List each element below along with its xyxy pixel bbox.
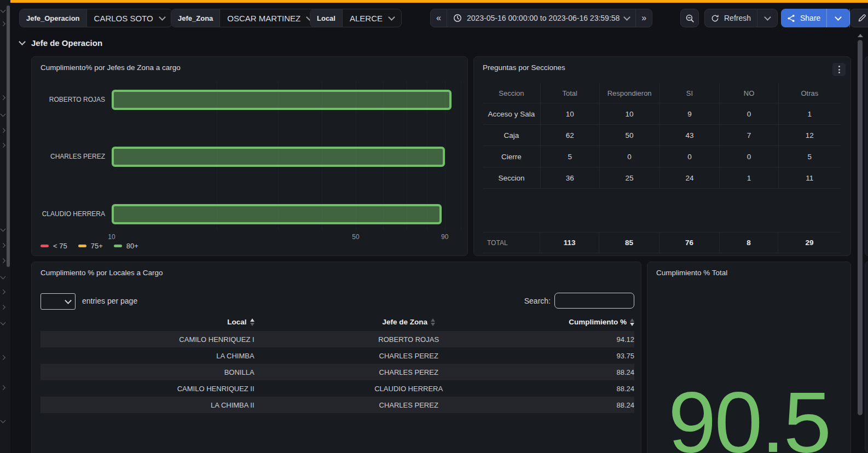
scrollbar-up-arrow[interactable]: [858, 34, 863, 37]
chevron-down-icon: [623, 14, 630, 21]
filter-jefe-operacion: Jefe_Operacion CARLOS SOTO: [19, 9, 172, 27]
legend-item[interactable]: 80+: [114, 242, 138, 250]
chevron-down-icon: [388, 14, 395, 21]
table-cell: CHARLES PEREZ: [254, 368, 563, 376]
column-header: Total: [540, 83, 599, 103]
left-edge-strip: [0, 0, 10, 453]
clipped-chevron-icon: [1, 385, 5, 390]
legend-item[interactable]: 75+: [78, 242, 103, 250]
table-row: LA CHIMBACHARLES PEREZ93.75: [40, 347, 634, 364]
table-cell: LA CHIMBA: [40, 352, 254, 360]
clipped-chevron-icon: [1, 243, 5, 248]
bar-charles-perez: [112, 147, 445, 167]
filter-jefe-zona-value[interactable]: OSCAR MARTINEZ: [220, 9, 319, 27]
page-scrollbar-thumb[interactable]: [858, 40, 863, 415]
filter-local-value[interactable]: ALERCE: [343, 9, 401, 27]
panel-title[interactable]: Cumplimiento % por Locales a Cargo: [32, 262, 641, 277]
time-shift-forward-button[interactable]: »: [636, 9, 652, 27]
filter-local: Local ALERCE: [310, 9, 402, 27]
table-cell: 88.24: [563, 368, 634, 376]
table-cell: 43: [659, 125, 720, 146]
clipped-chevron-icon: [1, 258, 5, 263]
refresh-interval-button[interactable]: [757, 9, 777, 27]
sort-arrows-icon: [250, 318, 254, 326]
locales-header-row: LocalJefe de ZonaCumplimiento %: [40, 315, 634, 329]
table-cell: CHARLES PEREZ: [254, 401, 563, 409]
legend-color-dash: [40, 245, 49, 247]
locales-table: LocalJefe de ZonaCumplimiento % CAMILO H…: [40, 315, 634, 413]
table-cell: 0: [720, 146, 778, 167]
filter-jefe-zona-label: Jefe_Zona: [171, 9, 220, 27]
clipped-chevron-icon: [1, 143, 5, 148]
legend-item[interactable]: < 75: [40, 242, 67, 250]
chevron-down-icon: [159, 14, 166, 21]
x-axis-tick: 90: [441, 233, 448, 241]
table-cell: 7: [720, 125, 778, 146]
filter-jefe-operacion-value[interactable]: CARLOS SOTO: [87, 9, 172, 27]
refresh-button[interactable]: Refresh: [705, 9, 757, 27]
table-cell: 0: [659, 146, 720, 167]
bar-roberto-rojas: [112, 90, 452, 110]
table-cell: 36: [540, 167, 599, 189]
share-icon: [787, 14, 795, 22]
time-shift-back-button[interactable]: «: [431, 9, 447, 27]
panel-locales-a-cargo: Cumplimiento % por Locales a Cargo entri…: [31, 262, 641, 453]
preguntas-table-wrap: SeccionTotalRespondieronSINOOtras Acceso…: [483, 83, 841, 189]
section-header-jefe-de-operacion[interactable]: Jefe de Operacion: [20, 38, 102, 48]
column-header: Seccion: [483, 83, 540, 103]
bar-category-label: CHARLES PEREZ: [32, 147, 105, 167]
share-button[interactable]: Share: [781, 9, 827, 27]
table-row: LA CHIMBA IICHARLES PEREZ88.24: [40, 397, 634, 413]
edit-pencil-button[interactable]: [850, 9, 868, 27]
entries-per-page-select[interactable]: [40, 293, 76, 310]
left-scrollbar-thumb[interactable]: [7, 5, 10, 267]
bar-claudio-herrera: [112, 204, 442, 224]
table-cell: CLAUDIO HERRERA: [254, 385, 563, 393]
table-row: Seccion362524111: [483, 167, 841, 189]
table-cell: Seccion: [483, 167, 540, 189]
table-cell: 5: [778, 146, 841, 167]
panel-title[interactable]: Preguntas por Secciones: [474, 57, 850, 72]
panel-title[interactable]: Cumplimiento % Total: [647, 262, 850, 277]
table-cell: 62: [540, 125, 599, 146]
bar-chart-legend: < 7575+80+: [40, 242, 138, 250]
table-cell: CAMILO HENRIQUEZ II: [40, 385, 254, 393]
legend-color-dash: [78, 245, 86, 247]
top-accent-bar: [10, 0, 868, 3]
table-row: Caja625043712: [483, 125, 841, 146]
time-picker-group: « 2023-05-16 00:00:00 to 2023-06-16 23:5…: [430, 9, 652, 27]
panel-cumplimiento-total: Cumplimiento % Total 90.5: [647, 262, 851, 453]
bar-chart-plot: ROBERTO ROJASCHARLES PEREZCLAUDIO HERRER…: [112, 82, 464, 230]
sortable-column-header-jefe-de-zona[interactable]: Jefe de Zona: [254, 318, 563, 326]
time-zoom-out-button[interactable]: [680, 9, 699, 27]
panel-menu-kebab-icon[interactable]: [832, 63, 846, 76]
column-header: Otras: [778, 83, 841, 103]
table-cell: 50: [599, 125, 659, 146]
table-cell: ROBERTO ROJAS: [254, 335, 563, 344]
bar-category-label: ROBERTO ROJAS: [32, 90, 105, 110]
sort-arrows-icon: [630, 318, 634, 326]
time-range-button[interactable]: 2023-05-16 00:00:00 to 2023-06-16 23:59:…: [447, 9, 636, 27]
filter-local-label: Local: [310, 9, 343, 27]
total-value: 29: [778, 233, 841, 253]
table-cell: 9: [659, 103, 720, 125]
filter-jefe-zona: Jefe_Zona OSCAR MARTINEZ: [171, 9, 320, 27]
time-range-text: 2023-05-16 00:00:00 to 2023-06-16 23:59:…: [467, 14, 620, 22]
sortable-column-header-local[interactable]: Local: [40, 318, 254, 326]
legend-label: 75+: [91, 242, 103, 250]
locales-rows: CAMILO HENRIQUEZ IROBERTO ROJAS94.12LA C…: [40, 331, 634, 413]
table-row: CAMILO HENRIQUEZ IROBERTO ROJAS94.12: [40, 331, 634, 347]
table-cell: 11: [778, 167, 841, 189]
search-input[interactable]: [554, 293, 634, 309]
chevron-down-icon: [19, 38, 26, 45]
share-dropdown-button[interactable]: [827, 9, 850, 27]
table-cell: 10: [599, 103, 659, 125]
total-value: 76: [659, 233, 720, 253]
sortable-column-header-cumplimiento-[interactable]: Cumplimiento %: [563, 318, 634, 326]
table-cell: CHARLES PEREZ: [254, 352, 563, 360]
legend-label: 80+: [126, 242, 138, 250]
table-cell: 94.12: [563, 335, 634, 344]
search-label: Search:: [524, 297, 551, 305]
table-cell: 88.24: [563, 401, 634, 409]
panel-title[interactable]: Cumplimiento% por Jefes de Zona a cargo: [32, 57, 467, 72]
